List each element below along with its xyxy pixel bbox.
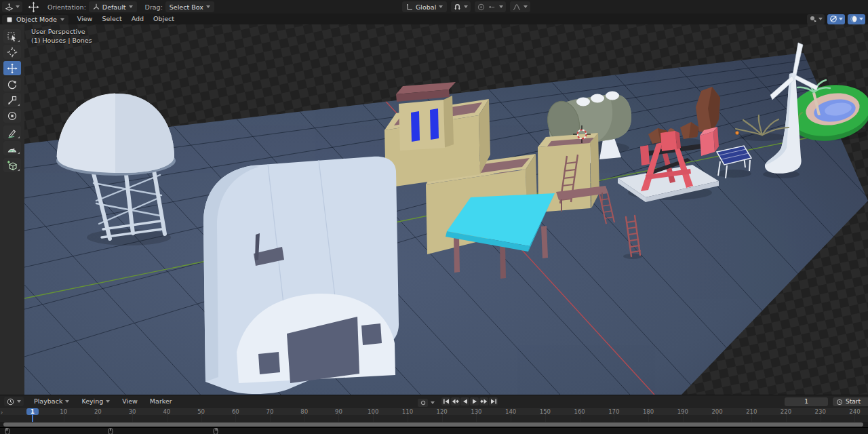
- chevron-down-icon: [839, 18, 843, 20]
- tool-add-cube[interactable]: [3, 158, 21, 172]
- menu-playback[interactable]: Playback: [29, 396, 74, 407]
- transport-controls: [441, 397, 498, 406]
- auto-keying-button[interactable]: [418, 399, 428, 407]
- mouse-left-icon: [5, 428, 10, 434]
- orientation-axes-icon: [93, 3, 100, 10]
- proportional-connected-icon: [488, 3, 496, 11]
- viewport-perspective-label: User Perspective: [31, 28, 85, 35]
- falloff-curve-icon: [513, 3, 521, 11]
- tool-scale[interactable]: [3, 93, 21, 107]
- viewport-header: Object Mode View Select Add Object: [0, 14, 868, 25]
- current-frame-line[interactable]: [32, 414, 33, 422]
- menu-marker[interactable]: Marker: [145, 396, 177, 407]
- drag-dropdown[interactable]: Select Box: [165, 1, 214, 12]
- chevron-down-icon: [818, 18, 823, 20]
- tool-cursor[interactable]: [3, 45, 21, 59]
- start-frame-field[interactable]: Start: [833, 397, 868, 406]
- chevron-down-icon: [60, 18, 64, 21]
- chevron-down-icon[interactable]: [431, 401, 435, 404]
- chevron-down-icon: [17, 400, 21, 403]
- editor-type-button[interactable]: [2, 1, 22, 12]
- chevron-down-icon: [129, 5, 133, 8]
- window: [411, 111, 420, 142]
- blender-window: Orientation: Default Drag: Select Box: [0, 0, 868, 434]
- viewport-shading-dropdown[interactable]: [848, 14, 865, 24]
- window: [430, 108, 439, 140]
- play-button[interactable]: [470, 397, 479, 406]
- current-frame-field[interactable]: 1: [785, 397, 828, 406]
- menu-view[interactable]: View: [73, 14, 98, 24]
- tool-rotate[interactable]: [3, 77, 21, 92]
- chevron-down-icon: [206, 5, 210, 8]
- object-origin-dot[interactable]: [736, 132, 739, 135]
- window: [361, 323, 382, 345]
- clock-icon: [7, 398, 14, 406]
- play-reverse-button[interactable]: [460, 397, 469, 406]
- tool-measure[interactable]: [3, 141, 21, 155]
- snap-dropdown[interactable]: [451, 1, 471, 12]
- menu-timeline-view[interactable]: View: [117, 396, 142, 407]
- viewport-overlays-dropdown[interactable]: [827, 14, 845, 24]
- window: [258, 352, 280, 374]
- orientation-value: Default: [102, 3, 126, 11]
- timeline-track[interactable]: [0, 415, 868, 422]
- tool-annotate[interactable]: [3, 125, 21, 140]
- tool-select-box[interactable]: [3, 29, 21, 43]
- toolbar: [0, 24, 25, 395]
- 3d-viewport-editor-icon: [5, 3, 14, 12]
- overlays-icon: [829, 15, 837, 23]
- chevron-down-icon: [16, 5, 20, 8]
- global-axes-icon: [406, 3, 413, 10]
- next-keyframe-button[interactable]: [479, 397, 488, 406]
- chevron-down-icon: [859, 18, 863, 20]
- chevron-down-icon: [439, 5, 443, 8]
- viewport-gizmo-dropdown[interactable]: [807, 14, 825, 24]
- chevron-down-icon: [464, 5, 468, 8]
- tool-move[interactable]: [3, 61, 21, 75]
- mouse-middle-icon: [108, 428, 113, 434]
- falloff-dropdown[interactable]: [510, 1, 530, 12]
- orientation-label: Orientation:: [47, 3, 86, 11]
- tool-transform[interactable]: [3, 108, 21, 123]
- scrollbar-thumb[interactable]: [3, 422, 863, 427]
- mouse-right-icon: [213, 428, 218, 434]
- move-gizmo-icon: [28, 1, 39, 13]
- menu-add[interactable]: Add: [127, 14, 149, 24]
- menu-object[interactable]: Object: [149, 14, 179, 24]
- clock-icon: [836, 399, 843, 406]
- viewport-3d[interactable]: User Perspective (1) Houses | Bones: [24, 24, 868, 395]
- pivot-value: Global: [416, 3, 436, 11]
- prev-keyframe-button[interactable]: [451, 397, 460, 406]
- tool-settings-header: Orientation: Default Drag: Select Box: [0, 0, 868, 14]
- start-label: Start: [846, 397, 861, 406]
- drag-value: Select Box: [170, 3, 203, 11]
- jump-to-end-button[interactable]: [489, 397, 498, 406]
- timeline-header: Playback Keying View Marker: [0, 395, 868, 408]
- gizmo-icon: [809, 15, 817, 23]
- chevron-down-icon: [524, 5, 528, 8]
- object-mode-icon: [6, 16, 13, 23]
- proportional-editing-icon: [477, 3, 485, 11]
- timeline-scrollbar[interactable]: [0, 422, 868, 427]
- menu-select[interactable]: Select: [97, 14, 126, 24]
- drag-label: Drag:: [145, 3, 163, 11]
- shading-sphere-icon: [850, 15, 858, 23]
- menu-keying[interactable]: Keying: [77, 396, 115, 407]
- chevron-down-icon: [499, 5, 503, 8]
- viewport-collection-label: (1) Houses | Bones: [31, 37, 92, 44]
- timeline-expander-arrow[interactable]: ›: [1, 410, 3, 416]
- transform-pivot-dropdown[interactable]: Global: [402, 1, 447, 12]
- chevron-down-icon: [65, 400, 69, 403]
- proportional-editing-group[interactable]: [475, 1, 506, 12]
- hangar[interactable]: [203, 157, 399, 394]
- status-bar: [0, 427, 868, 434]
- scene-canvas[interactable]: [24, 24, 868, 395]
- orientation-dropdown[interactable]: Default: [89, 1, 137, 12]
- magnet-icon: [454, 3, 461, 11]
- chevron-down-icon: [106, 400, 110, 403]
- mode-dropdown[interactable]: Object Mode: [2, 15, 68, 24]
- mode-value: Object Mode: [16, 16, 57, 23]
- jump-to-start-button[interactable]: [441, 397, 450, 406]
- timeline-editor-type-button[interactable]: [4, 397, 24, 406]
